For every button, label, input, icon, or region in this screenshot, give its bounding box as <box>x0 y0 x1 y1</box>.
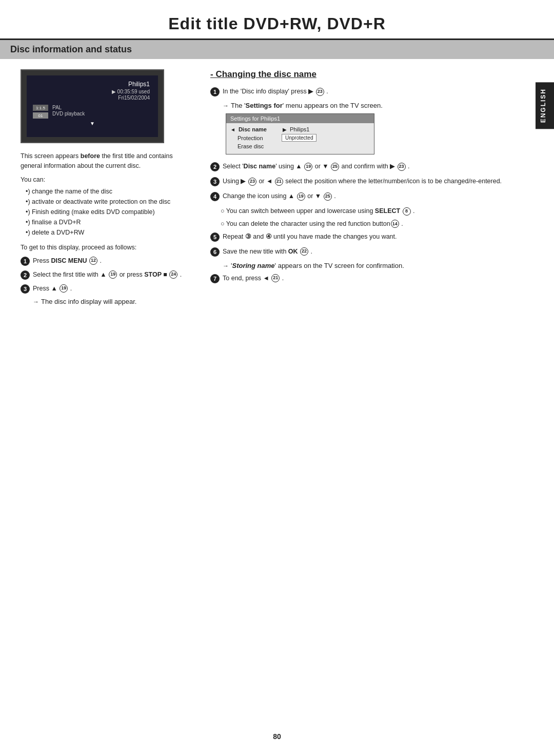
section-header-text: Disc information and status <box>10 44 132 54</box>
right-step-4-content: Change the icon using ▲ 19 or ▼ 25 . <box>223 191 336 201</box>
left-step-3: 3 Press ▲ 19 . <box>21 284 190 294</box>
subheader-changing: - Changing the disc name <box>210 69 525 80</box>
settings-title-text: Settings for Philips1 <box>230 115 280 122</box>
step2-circle-24: 24 <box>169 270 177 279</box>
step1-disc-menu: DISC MENU <box>51 257 87 264</box>
disc-name-bullet: ◄ <box>230 127 235 132</box>
right-step-1: 1 In the 'Disc info display' press ▶ 23 … <box>210 87 525 96</box>
r-step5-3: ③ <box>245 233 251 240</box>
right-step-4-o1: You can switch between upper and lowerca… <box>221 206 525 216</box>
bullet-list: change the name of the disc activate or … <box>26 186 190 238</box>
r-step3-text: Using ▶ <box>223 178 248 185</box>
right-step-5-num: 5 <box>210 232 220 242</box>
step2-text: Select the first title with ▲ <box>33 271 108 278</box>
disc-name-bold: Disc name <box>244 163 276 170</box>
r-step3-c2: 21 <box>275 178 283 186</box>
step3-sub-text: The disc info display will appear. <box>41 298 136 305</box>
tv-sidebar-item-1: 1:1.5 <box>33 105 48 111</box>
bullet-item-5: delete a DVD+RW <box>26 227 190 238</box>
tv-screen-mockup: Philips1 ▶ 00:35:59 used Fri15/02/2004 1… <box>21 69 164 143</box>
right-step-2: 2 Select 'Disc name' using ▲ 19 or ▼ 25 … <box>210 162 525 171</box>
r-step6-c: 22 <box>300 247 308 256</box>
tv-sidebar: 1:1.5 01 <box>33 105 48 119</box>
r-step1-end: . <box>326 88 328 95</box>
right-step-1-sub: → The 'Settings for' menu appears on the… <box>223 102 525 109</box>
settings-screen: Settings for Philips1 ◄ Disc name ▶ Phil… <box>226 113 374 154</box>
r-step4-text: Change the icon using ▲ <box>223 192 296 200</box>
step1-circle-12: 12 <box>89 257 97 265</box>
english-tab: ENGLISH <box>536 82 554 129</box>
page-number: 80 <box>273 732 281 741</box>
settings-for-bold: Settings for <box>246 102 283 109</box>
right-step-6: 6 Save the new title with OK 22 . <box>210 247 525 257</box>
left-col: Philips1 ▶ 00:35:59 used Fri15/02/2004 1… <box>0 59 205 319</box>
right-step-7-content: To end, press ◄ 21 . <box>223 274 284 283</box>
r-step4-c1: 19 <box>297 192 305 201</box>
right-step-7: 7 To end, press ◄ 21 . <box>210 274 525 283</box>
right-step-6-sub: → 'Storing name' appears on the TV scree… <box>223 262 525 269</box>
r-step5-4: ④ <box>266 233 272 240</box>
left-step-1-num: 1 <box>21 257 30 266</box>
right-step-4-o2: You can delete the character using the r… <box>221 219 525 229</box>
r-step1-circle-23: 23 <box>316 88 324 96</box>
left-step-3-content: Press ▲ 19 . <box>33 284 72 294</box>
o-bullet-2 <box>221 220 226 227</box>
r-step5-text: Repeat ③ and ④ until you have made the c… <box>223 233 397 240</box>
protection-value: Unprotected <box>282 134 316 142</box>
left-step-1-content: Press DISC MENU 12 . <box>33 256 102 266</box>
tv-bottom-area: 1:1.5 01 PAL DVD playback <box>33 105 152 119</box>
step2-circle-19: 19 <box>109 270 117 279</box>
left-step-2-num: 2 <box>21 270 30 280</box>
select-bold: SELECT <box>375 207 400 215</box>
desc-before: This screen appears <box>21 152 78 160</box>
right-step-5-content: Repeat ③ and ④ until you have made the c… <box>223 232 397 242</box>
right-step-4-num: 4 <box>210 192 220 201</box>
step1-press: Press <box>33 257 51 264</box>
tv-date: Fri15/02/2004 <box>33 95 150 101</box>
r-step2-or: or ▼ <box>315 163 330 170</box>
bullet-item-2: activate or deactivate write protection … <box>26 197 190 207</box>
r-step4-end: . <box>334 192 335 200</box>
settings-row-erase: Erase disc <box>230 143 370 149</box>
tv-arrow-down: ▼ <box>33 121 152 126</box>
left-step-2-content: Select the first title with ▲ 19 or pres… <box>33 270 182 280</box>
settings-screen-title: Settings for Philips1 <box>226 114 374 123</box>
disc-name-value: Philips1 <box>290 126 310 132</box>
right-step-1-num: 1 <box>210 87 220 96</box>
step1-period: . <box>100 257 102 264</box>
right-step-6-content: Save the new title with OK 22 . <box>223 247 312 257</box>
r-step4-o2-c: 14 <box>391 220 399 228</box>
tv-screen-inner: Philips1 ▶ 00:35:59 used Fri15/02/2004 1… <box>27 75 158 137</box>
r-step3-c1: 23 <box>248 178 256 186</box>
r-step7-text: To end, press ◄ <box>223 275 271 282</box>
r-sub-arrow-icon: → <box>223 102 229 109</box>
r-step2-text: Select 'Disc name' using ▲ <box>223 163 304 170</box>
settings-screen-body: ◄ Disc name ▶ Philips1 Protection Unprot… <box>226 123 374 154</box>
r-step6-text: Save the new title with OK 22 . <box>223 248 312 255</box>
r-step4-or: or ▼ <box>307 192 323 200</box>
left-step-2: 2 Select the first title with ▲ 19 or pr… <box>21 270 190 280</box>
right-step-2-content: Select 'Disc name' using ▲ 19 or ▼ 25 an… <box>223 162 410 171</box>
tv-dvd-playback: DVD playback <box>52 111 152 117</box>
r-step1-text: In the 'Disc info display' press ▶ <box>223 88 315 95</box>
r-step7-c: 21 <box>271 274 280 282</box>
r-step6-sub-arrow: → <box>223 262 229 269</box>
right-step-6-num: 6 <box>210 247 220 257</box>
tv-pal: PAL <box>52 105 152 110</box>
r-step1-sub-text: The 'Settings for' menu appears on the T… <box>231 102 383 109</box>
bullet-item-1: change the name of the disc <box>26 186 190 197</box>
tv-philips-name: Philips1 <box>33 81 150 88</box>
step2-period: . <box>180 271 182 278</box>
r-step4-o2-text: You can delete the character using the r… <box>226 220 403 227</box>
sub-arrow-icon: → <box>33 298 39 305</box>
page-title: Edit title DVD+RW, DVD+R <box>0 14 554 33</box>
disc-name-arrow: ▶ <box>283 127 287 132</box>
r-step3-end: select the position where the letter/num… <box>285 178 502 185</box>
bullet-item-3: Finish editing (make edits DVD compatibl… <box>26 207 190 217</box>
right-step-3-num: 3 <box>210 177 220 186</box>
r-step2-c2: 25 <box>331 163 339 171</box>
ok-bold: OK <box>288 248 298 255</box>
right-step-5: 5 Repeat ③ and ④ until you have made the… <box>210 232 525 242</box>
tv-main-info: PAL DVD playback <box>52 105 152 117</box>
r-step7-end: . <box>282 275 284 282</box>
